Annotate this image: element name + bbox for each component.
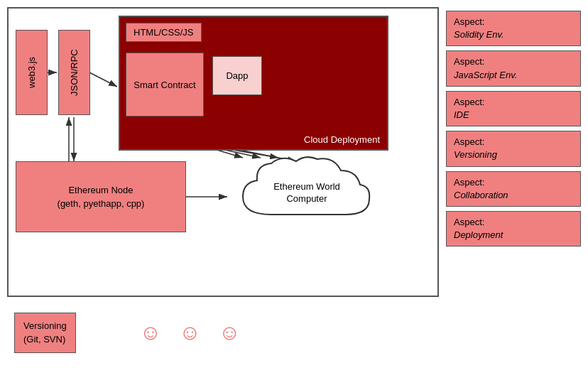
- web3-box: web3.js: [16, 30, 48, 115]
- aspect-deployment-label: Deployment: [454, 229, 503, 240]
- aspect-javascript: Aspect: JavaScript Env.: [446, 50, 581, 86]
- aspect-deployment-prefix: Aspect:: [454, 217, 484, 227]
- aspect-ide-prefix: Aspect:: [454, 97, 484, 107]
- cloud-deploy-label: Cloud Deployment: [304, 134, 380, 145]
- aspect-ide: Aspect: IDE: [446, 91, 581, 126]
- svg-text:Computer: Computer: [286, 193, 327, 204]
- main-container: web3.js JSON/RPC HTML/CSS/JS Smart Contr…: [0, 0, 588, 368]
- aspect-javascript-prefix: Aspect:: [454, 56, 484, 67]
- eth-node-label: Ethereum Node(geth, pyethapp, cpp): [58, 183, 145, 211]
- jsonrpc-box: JSON/RPC: [58, 30, 90, 115]
- smiley-1: ☺: [140, 320, 162, 345]
- aspect-ide-label: IDE: [454, 109, 469, 120]
- svg-line-2: [89, 72, 117, 87]
- smart-contract-label: Smart Contract: [134, 80, 195, 90]
- outer-box: web3.js JSON/RPC HTML/CSS/JS Smart Contr…: [7, 7, 439, 297]
- bottom-row: Versioning(Git, SVN) ☺ ☺ ☺: [7, 304, 439, 361]
- versioning-box: Versioning(Git, SVN): [14, 313, 76, 353]
- aspect-collaboration-prefix: Aspect:: [454, 177, 484, 188]
- dapp-label: Dapp: [226, 70, 248, 81]
- aspect-solidity-prefix: Aspect:: [454, 16, 484, 27]
- jsonrpc-label: JSON/RPC: [69, 49, 80, 96]
- smiley-faces: ☺ ☺ ☺: [140, 320, 241, 345]
- cloud-svg: Ethereum World Computer: [229, 151, 385, 236]
- aspect-collaboration-label: Collaboration: [454, 190, 508, 200]
- versioning-label: Versioning(Git, SVN): [23, 320, 67, 345]
- html-css-js-box: HTML/CSS/JS: [126, 23, 202, 42]
- eth-node-box: Ethereum Node(geth, pyethapp, cpp): [16, 161, 186, 232]
- aspect-versioning-label: Versioning: [454, 149, 497, 160]
- aspect-versioning: Aspect: Versioning: [446, 131, 581, 166]
- svg-text:Ethereum World: Ethereum World: [273, 181, 340, 192]
- diagram-area: web3.js JSON/RPC HTML/CSS/JS Smart Contr…: [7, 7, 439, 361]
- smart-contract-box: Smart Contract: [126, 53, 204, 117]
- aspect-deployment: Aspect: Deployment: [446, 211, 581, 247]
- aspect-javascript-label: JavaScript Env.: [454, 70, 517, 80]
- aspect-solidity-label: Solidity Env.: [454, 29, 504, 40]
- aspect-versioning-prefix: Aspect:: [454, 136, 484, 147]
- cloud-deployment-box: HTML/CSS/JS Smart Contract Dapp Cloud De…: [119, 16, 388, 151]
- smiley-2: ☺: [179, 320, 201, 345]
- html-label: HTML/CSS/JS: [134, 27, 194, 38]
- smiley-3: ☺: [219, 320, 241, 345]
- eth-world-computer: Ethereum World Computer: [229, 151, 385, 236]
- sidebar: Aspect: Solidity Env. Aspect: JavaScript…: [446, 7, 581, 361]
- aspect-solidity: Aspect: Solidity Env.: [446, 11, 581, 46]
- web3-label: web3.js: [26, 57, 37, 88]
- dapp-box: Dapp: [212, 56, 262, 95]
- aspect-collaboration: Aspect: Collaboration: [446, 171, 581, 207]
